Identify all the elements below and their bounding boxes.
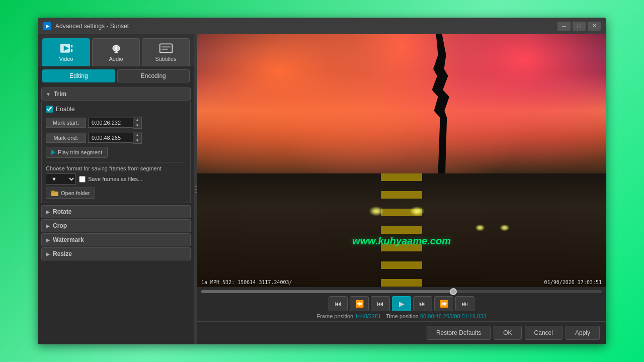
right-panel: 1a MPH N32: 150614 31I7.24003/ 01/90/202… bbox=[197, 34, 606, 344]
titlebar: ▶ Advanced settings - Sunset ─ □ ✕ bbox=[38, 18, 606, 34]
format-label: Choose format for saving frames from seg… bbox=[46, 165, 186, 171]
trim-arrow: ▼ bbox=[46, 92, 51, 97]
format-row: ▼ Save frames as files... bbox=[46, 173, 186, 185]
mark-end-up[interactable]: ▲ bbox=[133, 132, 141, 138]
video-overlay-right: 01/90/2020 17:03:51 bbox=[544, 280, 602, 285]
resize-dot-2 bbox=[195, 189, 197, 190]
watermark-header[interactable]: ▶ Watermark bbox=[41, 233, 191, 246]
mark-start-up[interactable]: ▲ bbox=[133, 117, 141, 123]
enable-trim-label: Enable bbox=[56, 106, 74, 113]
progress-thumb[interactable] bbox=[450, 288, 457, 295]
mark-start-label: Mark start: bbox=[46, 118, 86, 128]
mark-start-down[interactable]: ▼ bbox=[133, 123, 141, 128]
cancel-button[interactable]: Cancel bbox=[525, 326, 562, 340]
app-icon: ▶ bbox=[43, 22, 51, 30]
video-frame: 1a MPH N32: 150614 31I7.24003/ 01/90/202… bbox=[197, 34, 606, 287]
rotate-arrow: ▶ bbox=[46, 209, 50, 215]
road-lines bbox=[381, 173, 422, 287]
enable-row: Enable bbox=[46, 106, 186, 113]
fast-forward-button[interactable]: ⏩ bbox=[434, 296, 453, 311]
save-frames-checkbox[interactable] bbox=[79, 176, 86, 183]
trim-header[interactable]: ▼ Trim bbox=[41, 87, 191, 101]
mark-start-row: Mark start: ▲ ▼ bbox=[46, 117, 186, 129]
frame-position-value: 1448/2281 bbox=[355, 313, 381, 319]
mark-start-spinners: ▲ ▼ bbox=[133, 117, 142, 129]
video-area: 1a MPH N32: 150614 31I7.24003/ 01/90/202… bbox=[197, 34, 606, 287]
close-button[interactable]: ✕ bbox=[588, 22, 601, 31]
sections-panel: ▼ Trim Enable Mark start: bbox=[38, 85, 194, 344]
main-tabs: Video Audio bbox=[38, 34, 194, 66]
skip-to-start-button[interactable]: ⏮ bbox=[329, 296, 348, 311]
window-controls: ─ □ ✕ bbox=[557, 22, 601, 31]
apply-button[interactable]: Apply bbox=[566, 326, 600, 340]
content-area: Video Audio bbox=[38, 34, 606, 344]
tab-encoding[interactable]: Encoding bbox=[117, 69, 190, 82]
time-position-value: 00:00:48.265/00:01:16.033 bbox=[420, 313, 487, 319]
left-panel: Video Audio bbox=[38, 34, 194, 344]
video-controls: ⏮ ⏪ ⏮ ▶ ⏭ ⏩ ⏭ Frame position 1448/2281 -… bbox=[197, 287, 606, 321]
restore-defaults-button[interactable]: Restore Defaults bbox=[427, 326, 491, 340]
rotate-header[interactable]: ▶ Rotate bbox=[41, 205, 191, 218]
mark-start-input[interactable] bbox=[88, 118, 133, 128]
enable-trim-checkbox[interactable] bbox=[46, 106, 53, 113]
main-window: ▶ Advanced settings - Sunset ─ □ ✕ Vid bbox=[38, 18, 606, 344]
resize-dot-1 bbox=[195, 186, 197, 187]
watermark-arrow: ▶ bbox=[46, 237, 50, 243]
progress-fill bbox=[201, 290, 453, 293]
ok-button[interactable]: OK bbox=[494, 326, 521, 340]
resize-dot-3 bbox=[195, 192, 197, 193]
save-frames-row: Save frames as files... bbox=[79, 176, 142, 183]
tab-audio[interactable]: Audio bbox=[92, 38, 140, 66]
frame-position-label: Frame position bbox=[316, 313, 353, 319]
video-background bbox=[197, 34, 606, 287]
road bbox=[197, 173, 606, 287]
progress-bar-wrap bbox=[201, 290, 602, 293]
tab-editing[interactable]: Editing bbox=[42, 69, 115, 82]
mark-end-label: Mark end: bbox=[46, 133, 86, 143]
edit-tabs: Editing Encoding bbox=[38, 66, 194, 85]
save-frames-label: Save frames as files... bbox=[88, 176, 142, 182]
mark-end-down[interactable]: ▼ bbox=[133, 138, 141, 143]
open-folder-button[interactable]: Open folder bbox=[46, 188, 95, 199]
prev-frame-button[interactable]: ⏮ bbox=[371, 296, 390, 311]
time-info: Frame position 1448/2281 - Time position… bbox=[201, 313, 602, 319]
play-icon bbox=[51, 150, 55, 155]
video-overlay-left: 1a MPH N32: 150614 31I7.24003/ bbox=[201, 280, 292, 285]
mark-end-input-wrap: ▲ ▼ bbox=[88, 132, 142, 144]
window-title: Advanced settings - Sunset bbox=[55, 23, 557, 30]
mark-start-input-wrap: ▲ ▼ bbox=[88, 117, 142, 129]
control-buttons: ⏮ ⏪ ⏮ ▶ ⏭ ⏩ ⏭ bbox=[201, 296, 602, 311]
rewind-button[interactable]: ⏪ bbox=[350, 296, 369, 311]
svg-rect-8 bbox=[159, 44, 172, 53]
trim-content: Enable Mark start: ▲ ▼ bbox=[41, 102, 191, 203]
mark-end-input[interactable] bbox=[88, 133, 133, 143]
resize-arrow: ▶ bbox=[46, 251, 50, 257]
svg-rect-2 bbox=[70, 45, 72, 47]
progress-bar[interactable] bbox=[201, 290, 602, 293]
minimize-button[interactable]: ─ bbox=[557, 22, 571, 31]
play-pause-button[interactable]: ▶ bbox=[392, 296, 411, 311]
maximize-button[interactable]: □ bbox=[573, 22, 586, 31]
format-select[interactable]: ▼ bbox=[46, 173, 76, 185]
svg-rect-3 bbox=[70, 49, 72, 52]
mark-end-spinners: ▲ ▼ bbox=[133, 132, 142, 144]
next-frame-button[interactable]: ⏭ bbox=[413, 296, 432, 311]
resize-header[interactable]: ▶ Resize bbox=[41, 247, 191, 260]
tab-video[interactable]: Video bbox=[42, 38, 90, 66]
mark-end-row: Mark end: ▲ ▼ bbox=[46, 132, 186, 144]
skip-to-end-button[interactable]: ⏭ bbox=[455, 296, 474, 311]
svg-point-5 bbox=[115, 47, 117, 50]
folder-icon bbox=[51, 191, 58, 196]
time-position-label: Time position bbox=[386, 313, 419, 319]
bottom-bar: Restore Defaults OK Cancel Apply bbox=[197, 321, 606, 344]
tree-silhouette bbox=[422, 34, 462, 173]
trim-section: ▼ Trim Enable Mark start: bbox=[41, 87, 191, 203]
crop-arrow: ▶ bbox=[46, 223, 50, 229]
play-trim-button[interactable]: Play trim segment bbox=[46, 147, 108, 158]
tab-subtitles[interactable]: Subtitles bbox=[142, 38, 190, 66]
crop-header[interactable]: ▶ Crop bbox=[41, 219, 191, 232]
